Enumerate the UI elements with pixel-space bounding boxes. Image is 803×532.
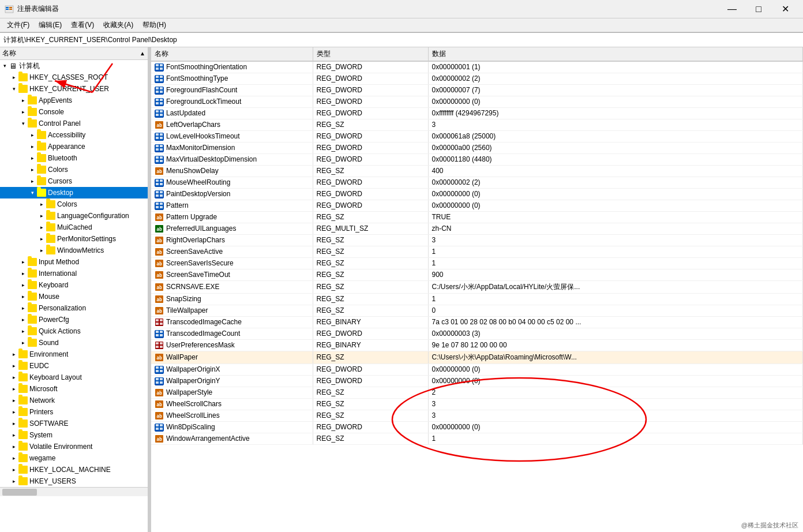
tree-item[interactable]: ▸PerMonitorSettings: [0, 233, 148, 245]
tree-item[interactable]: ▸Personalization: [0, 302, 148, 314]
tree-expand-icon[interactable]: ▸: [18, 96, 28, 105]
menu-item[interactable]: 帮助(H): [138, 19, 171, 31]
tree-item[interactable]: ▸System: [0, 429, 148, 441]
tree-expand-icon[interactable]: ▸: [37, 223, 46, 232]
close-button[interactable]: ✕: [772, 0, 798, 18]
tree-expand-icon[interactable]: ▸: [28, 165, 37, 174]
tree-expand-icon[interactable]: ▸: [9, 465, 18, 474]
tree-expand-icon[interactable]: ▸: [9, 407, 18, 417]
col-data[interactable]: 数据: [428, 47, 803, 61]
tree-item[interactable]: ▸Keyboard: [0, 279, 148, 291]
tree-expand-icon[interactable]: ▸: [28, 130, 37, 140]
tree-item[interactable]: ▸HKEY_CLASSES_ROOT: [0, 72, 148, 83]
tree-item[interactable]: ▸MuiCached: [0, 222, 148, 233]
tree-item[interactable]: ▸wegame: [0, 452, 148, 464]
tree-item[interactable]: ▸WindowMetrics: [0, 245, 148, 256]
tree-expand-icon[interactable]: ▾: [28, 188, 37, 197]
tree-item[interactable]: ▸Printers: [0, 406, 148, 418]
tree-item[interactable]: ▸Console: [0, 106, 148, 118]
table-row[interactable]: Win8DpiScalingREG_DWORD0x00000000 (0): [151, 421, 803, 433]
tree-expand-icon[interactable]: ▾: [18, 119, 28, 128]
tree-expand-icon[interactable]: ▸: [37, 234, 46, 243]
table-row[interactable]: abMenuShowDelayREG_SZ400: [151, 165, 803, 177]
table-row[interactable]: abPattern UpgradeREG_SZTRUE: [151, 211, 803, 223]
tree-expand-icon[interactable]: ▸: [9, 396, 18, 405]
tree-item[interactable]: ▸Volatile Environment: [0, 441, 148, 452]
table-row[interactable]: WallpaperOriginXREG_DWORD0x00000000 (0): [151, 364, 803, 375]
tree-item[interactable]: ▾HKEY_CURRENT_USER: [0, 83, 148, 95]
tree-panel[interactable]: 名称 ▲ ▾🖥计算机▸HKEY_CLASSES_ROOT▾HKEY_CURREN…: [0, 47, 149, 532]
table-row[interactable]: ForegroundLockTimeoutREG_DWORD0x00000000…: [151, 96, 803, 107]
tree-item[interactable]: ▸HKEY_LOCAL_MACHINE: [0, 464, 148, 475]
tree-item[interactable]: ▸Quick Actions: [0, 325, 148, 337]
tree-item[interactable]: ▸Bluetooth: [0, 152, 148, 164]
tree-expand-icon[interactable]: ▸: [37, 246, 46, 255]
table-row[interactable]: abWheelScrollLinesREG_SZ3: [151, 410, 803, 421]
table-row[interactable]: abScreenSaveActiveREG_SZ1: [151, 246, 803, 257]
tree-item[interactable]: ▸International: [0, 268, 148, 279]
tree-hscroll[interactable]: [0, 487, 148, 496]
tree-expand-icon[interactable]: ▸: [18, 327, 28, 336]
tree-expand-icon[interactable]: ▸: [9, 350, 18, 359]
tree-item[interactable]: ▸Input Method: [0, 256, 148, 268]
tree-expand-icon[interactable]: ▸: [18, 292, 28, 301]
tree-expand-icon[interactable]: ▸: [18, 280, 28, 290]
table-row[interactable]: abWallPaperREG_SZC:\Users\小米\AppData\Roa…: [151, 351, 803, 364]
tree-expand-icon[interactable]: ▸: [18, 304, 28, 313]
tree-expand-icon[interactable]: ▸: [9, 361, 18, 370]
menu-item[interactable]: 编辑(E): [34, 19, 66, 31]
tree-expand-icon[interactable]: ▸: [37, 200, 46, 209]
tree-item[interactable]: ▸Cursors: [0, 175, 148, 187]
tree-expand-icon[interactable]: ▸: [9, 373, 18, 382]
table-row[interactable]: WallpaperOriginYREG_DWORD0x00000000 (0): [151, 375, 803, 387]
tree-expand-icon[interactable]: ▸: [9, 442, 18, 451]
table-row[interactable]: FontSmoothingOrientationREG_DWORD0x00000…: [151, 61, 803, 73]
table-row[interactable]: TranscodedImageCacheREG_BINARY7a c3 01 0…: [151, 316, 803, 328]
tree-expand-icon[interactable]: ▸: [9, 384, 18, 394]
tree-expand-icon[interactable]: ▸: [28, 177, 37, 186]
table-row[interactable]: TranscodedImageCountREG_DWORD0x00000003 …: [151, 328, 803, 339]
tree-item[interactable]: ▸EUDC: [0, 360, 148, 372]
tree-expand-icon[interactable]: ▸: [18, 338, 28, 347]
tree-expand-icon[interactable]: ▸: [28, 142, 37, 151]
table-row[interactable]: MouseWheelRoutingREG_DWORD0x00000002 (2): [151, 177, 803, 188]
tree-item[interactable]: ▸SOFTWARE: [0, 418, 148, 429]
col-type[interactable]: 类型: [313, 47, 428, 61]
tree-item[interactable]: ▸Microsoft: [0, 383, 148, 395]
minimize-button[interactable]: —: [719, 0, 745, 18]
table-row[interactable]: MaxMonitorDimensionREG_DWORD0x00000a00 (…: [151, 142, 803, 153]
tree-expand-icon[interactable]: ▸: [28, 153, 37, 163]
tree-expand-icon[interactable]: ▸: [18, 107, 28, 117]
menu-item[interactable]: 文件(F): [2, 19, 34, 31]
tree-expand-icon[interactable]: ▸: [18, 257, 28, 267]
table-row[interactable]: FontSmoothingTypeREG_DWORD0x00000002 (2): [151, 73, 803, 84]
tree-item[interactable]: ▸HKEY_USERS: [0, 475, 148, 487]
table-row[interactable]: abLeftOverlapCharsREG_SZ3: [151, 119, 803, 130]
table-row[interactable]: abTileWallpaperREG_SZ0: [151, 305, 803, 316]
table-row[interactable]: abWindowArrangementActiveREG_SZ1: [151, 433, 803, 444]
table-row[interactable]: abSnapSizingREG_SZ1: [151, 293, 803, 305]
tree-item[interactable]: ▸Keyboard Layout: [0, 372, 148, 383]
tree-item[interactable]: ▾🖥计算机: [0, 60, 148, 72]
maximize-button[interactable]: □: [745, 0, 772, 18]
tree-item[interactable]: ▸Sound: [0, 337, 148, 349]
tree-expand-icon[interactable]: ▸: [9, 430, 18, 440]
tree-item[interactable]: ▸Appearance: [0, 141, 148, 152]
tree-item[interactable]: ▸Environment: [0, 349, 148, 360]
table-row[interactable]: LowLevelHooksTimeoutREG_DWORD0x000061a8 …: [151, 130, 803, 142]
tree-expand-icon[interactable]: ▸: [9, 73, 18, 82]
col-name[interactable]: 名称: [151, 47, 313, 61]
table-row[interactable]: abScreenSaveTimeOutREG_SZ900: [151, 269, 803, 280]
right-panel[interactable]: 名称 类型 数据 FontSmoothingOrientationREG_DWO…: [151, 47, 803, 532]
table-row[interactable]: PatternREG_DWORD0x00000000 (0): [151, 200, 803, 211]
tree-expand-icon[interactable]: ▾: [0, 61, 9, 70]
tree-expand-icon[interactable]: ▸: [9, 477, 18, 486]
tree-item[interactable]: ▸Network: [0, 395, 148, 406]
tree-item[interactable]: ▸Accessibility: [0, 129, 148, 141]
table-row[interactable]: abScreenSaverIsSecureREG_SZ1: [151, 257, 803, 269]
tree-scroll-up[interactable]: ▲: [140, 50, 145, 57]
tree-item[interactable]: ▸Mouse: [0, 291, 148, 302]
tree-expand-icon[interactable]: ▸: [9, 454, 18, 463]
table-row[interactable]: abRightOverlapCharsREG_SZ3: [151, 234, 803, 246]
tree-item[interactable]: ▸Colors: [0, 198, 148, 210]
